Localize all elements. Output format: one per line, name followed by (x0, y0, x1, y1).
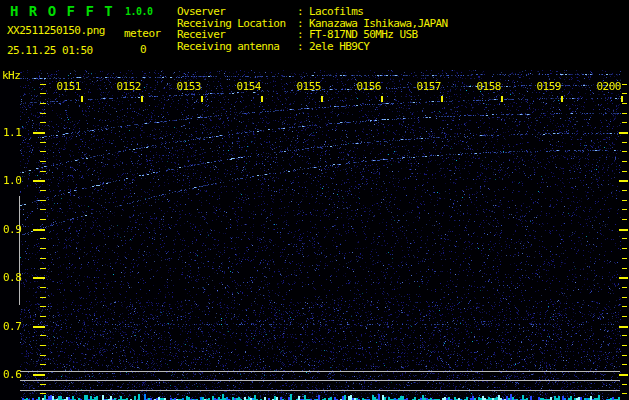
frequency-tick-label: 0.6 (3, 368, 21, 381)
spectrogram-canvas (0, 70, 629, 400)
timestamp: 25.11.25 01:50 (7, 44, 93, 57)
info-label: Ovserver (177, 6, 297, 18)
time-tick-label: 0155 (293, 80, 321, 93)
spectrogram-panel: kHz 015101520153015401550156015701580159… (0, 70, 629, 400)
time-tick-label: 0157 (413, 80, 441, 93)
info-label: Receiver (177, 29, 297, 41)
frequency-tick-label: 0.7 (3, 320, 21, 333)
frequency-tick-label: 1.0 (3, 174, 21, 187)
info-value: : 2ele HB9CY (297, 40, 369, 53)
app-version: 1.0.0 (125, 6, 153, 17)
info-row: Receiving antenna: 2ele HB9CY (177, 41, 448, 53)
time-tick-label: 0151 (53, 80, 81, 93)
frequency-tick-label: 0.8 (3, 271, 21, 284)
time-tick-label: 0156 (353, 80, 381, 93)
time-tick-label: 0159 (533, 80, 561, 93)
time-tick-label: 0154 (233, 80, 261, 93)
output-filename: XX2511250150.png (7, 24, 105, 37)
frequency-tick-label: 0.9 (3, 223, 21, 236)
time-tick-label: 0152 (113, 80, 141, 93)
time-tick-label: 0158 (473, 80, 501, 93)
mode-label: meteor (124, 27, 161, 40)
frequency-tick-label: 1.1 (3, 126, 21, 139)
y-axis-unit-label: kHz (2, 69, 20, 82)
time-tick-label: 0200 (593, 80, 621, 93)
time-tick-label: 0153 (173, 80, 201, 93)
hrofft-window: H R O F F T 1.0.0 XX2511250150.png meteo… (0, 0, 629, 400)
info-label: Receiving antenna (177, 41, 297, 53)
app-title: H R O F F T (10, 3, 114, 19)
station-info: Ovserver: LacofilmsReceiving Location: K… (177, 6, 448, 52)
meteor-count: 0 (140, 43, 147, 56)
